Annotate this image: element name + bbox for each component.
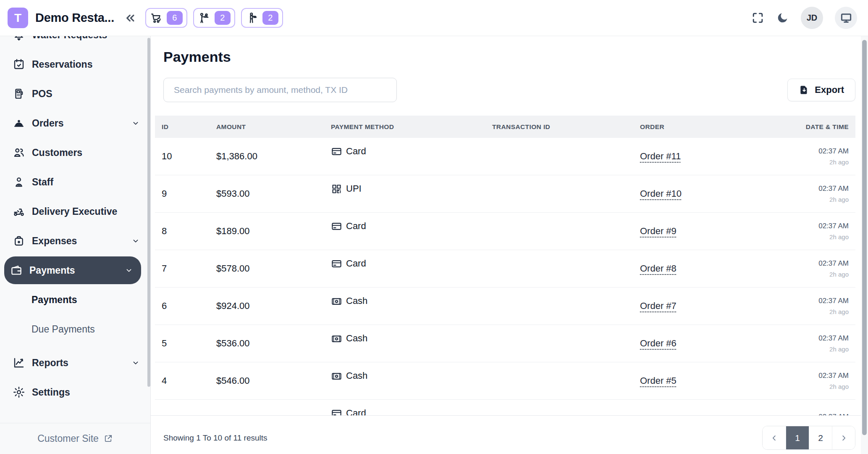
table-row: Card02:37 AM (155, 400, 855, 415)
sidebar-item-reports[interactable]: Reports (0, 348, 150, 377)
export-button-label: Export (815, 84, 844, 95)
sidebar-item-customers[interactable]: Customers (0, 138, 150, 167)
chevron-down-icon (131, 119, 140, 128)
cell-id: 9 (155, 188, 210, 199)
wallet-icon (10, 264, 23, 277)
order-link[interactable]: Order #9 (640, 226, 677, 236)
payment-method-label: Cash (346, 296, 367, 306)
badge-button-waiter-call[interactable]: 2 (193, 8, 235, 28)
pos-terminal-icon (13, 87, 25, 100)
sidebar-item-label: Waiter Requests (32, 36, 107, 41)
fullscreen-button[interactable] (751, 11, 764, 24)
sidebar-item-reservations[interactable]: Reservations (0, 50, 150, 79)
sidebar-item-payments[interactable]: Payments (4, 256, 141, 284)
cell-order: Order #5 (633, 375, 759, 386)
payment-method-label: Cash (346, 370, 367, 381)
sidebar-subitem-label: Payments (31, 294, 77, 306)
table-body: 10$1,386.00CardOrder #1102:37 AM2h ago9$… (155, 138, 855, 415)
monitor-icon (840, 12, 852, 24)
search-input[interactable] (163, 78, 397, 102)
sidebar-collapse-button[interactable] (123, 11, 137, 25)
sidebar-subitem-due-payments[interactable]: Due Payments (0, 314, 150, 344)
badge-button-cart-check[interactable]: 6 (145, 8, 187, 28)
table-row: 4$546.00CashOrder #502:37 AM2h ago (155, 362, 855, 400)
moon-icon (776, 11, 789, 24)
cell-id: 4 (155, 375, 210, 386)
waiter-call-icon (198, 12, 210, 24)
payment-time: 02:37 AM (766, 334, 849, 343)
sidebar-subitem-payments[interactable]: Payments (0, 285, 150, 314)
sidebar-item-label: Delivery Executive (32, 206, 117, 217)
card-icon (331, 221, 342, 232)
order-link[interactable]: Order #11 (640, 151, 681, 161)
top-bar: T Demo Resta... 622 JD (0, 0, 868, 36)
cell-datetime: 02:37 AM2h ago (759, 372, 855, 390)
card-icon (331, 258, 342, 269)
sidebar-scrollbar[interactable] (147, 38, 150, 387)
payment-method-label: UPI (346, 183, 362, 194)
customer-site-link[interactable]: Customer Site (37, 433, 99, 444)
user-icon (13, 176, 25, 188)
sidebar-item-waiter-requests[interactable]: Waiter Requests (0, 36, 150, 50)
cell-datetime: 02:37 AM2h ago (759, 222, 855, 240)
cash-icon (331, 370, 342, 382)
sidebar-item-delivery-executive[interactable]: Delivery Executive (0, 197, 150, 226)
payment-method-label: Card (346, 146, 366, 157)
pagination-next-button[interactable] (832, 426, 855, 449)
export-button[interactable]: Export (787, 79, 855, 101)
gear-icon (13, 386, 25, 399)
payment-time-ago: 2h ago (766, 383, 849, 390)
column-header-id: ID (155, 123, 210, 131)
cell-order: Order #11 (633, 151, 759, 162)
cell-amount: $1,386.00 (210, 151, 324, 162)
sidebar-item-settings[interactable]: Settings (0, 377, 150, 407)
cell-amount: $189.00 (210, 226, 324, 237)
order-link[interactable]: Order #6 (640, 338, 677, 348)
pagination-prev-button[interactable] (763, 426, 786, 449)
payment-time-ago: 2h ago (766, 346, 849, 353)
user-avatar[interactable]: JD (801, 7, 823, 29)
order-link[interactable]: Order #8 (640, 263, 677, 274)
chevron-down-icon (131, 358, 140, 367)
dark-mode-toggle[interactable] (776, 11, 789, 24)
column-header-date-time: DATE & TIME (759, 123, 855, 131)
cloche-icon (13, 117, 25, 129)
sidebar-item-label: Orders (32, 118, 63, 129)
column-header-amount: AMOUNT (210, 123, 324, 131)
sidebar-item-pos[interactable]: POS (0, 79, 150, 108)
table-row: 10$1,386.00CardOrder #1102:37 AM2h ago (155, 138, 855, 175)
sidebar: Waiter RequestsReservationsPOSOrdersCust… (0, 36, 150, 454)
cell-payment-method: Card (324, 258, 485, 269)
order-link[interactable]: Order #10 (640, 188, 682, 199)
payments-table: IDAMOUNTPAYMENT METHODTRANSACTION IDORDE… (155, 116, 855, 415)
cell-amount: $924.00 (210, 301, 324, 311)
topbar-right: JD (751, 7, 857, 29)
chevrons-left-icon (123, 11, 137, 25)
sidebar-item-expenses[interactable]: Expenses (0, 226, 150, 256)
badge-count: 2 (215, 11, 231, 25)
sidebar-footer: Customer Site (0, 423, 150, 454)
sidebar-item-staff[interactable]: Staff (0, 167, 150, 197)
qr-icon (331, 183, 342, 195)
sidebar-nav: Waiter RequestsReservationsPOSOrdersCust… (0, 36, 150, 423)
payment-time-ago: 2h ago (766, 233, 849, 240)
payment-time-ago: 2h ago (766, 158, 849, 166)
sidebar-item-label: Reports (32, 357, 68, 369)
chart-icon (13, 356, 25, 369)
cell-id: 10 (155, 151, 210, 162)
display-mode-button[interactable] (835, 7, 857, 29)
page-title: Payments (163, 49, 855, 65)
bell-icon (13, 36, 25, 41)
page-scrollbar-thumb[interactable] (862, 40, 867, 435)
sidebar-item-label: Expenses (32, 235, 77, 247)
order-link[interactable]: Order #5 (640, 375, 677, 386)
card-icon (331, 408, 342, 416)
table-footer: Showing 1 To 10 of 11 results 12 (151, 415, 868, 454)
sidebar-item-orders[interactable]: Orders (0, 108, 150, 138)
order-link[interactable]: Order #7 (640, 301, 677, 311)
pagination-page-2[interactable]: 2 (809, 426, 832, 449)
badge-button-waiter-service[interactable]: 2 (241, 8, 283, 28)
page-scrollbar-track[interactable] (861, 36, 868, 454)
payment-method-label: Card (346, 258, 366, 269)
pagination-page-1[interactable]: 1 (786, 426, 809, 449)
